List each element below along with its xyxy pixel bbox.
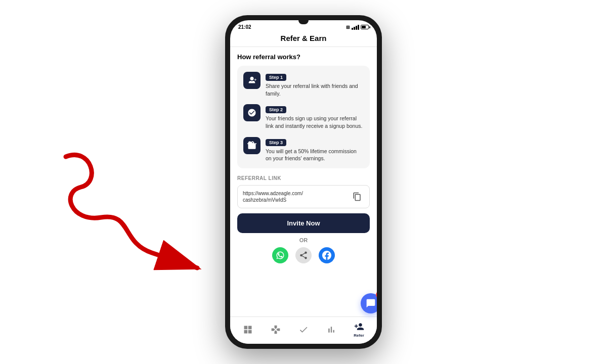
- step-3: Step 3 You will get a 50% lifetime commi…: [243, 137, 364, 162]
- step-1-icon: [243, 72, 261, 89]
- step-3-text: You will get a 50% lifetime commission o…: [266, 148, 364, 162]
- step-3-content: Step 3 You will get a 50% lifetime commi…: [266, 137, 364, 162]
- signal-icon: [352, 25, 359, 30]
- referral-link-box[interactable]: https://www.adzeagle.com/ cashzebra/mVwI…: [237, 185, 370, 208]
- step-2-icon: [243, 104, 261, 121]
- nav-tasks[interactable]: [298, 324, 309, 335]
- step-2-text: Your friends sign up using your referral…: [266, 115, 364, 129]
- social-share-row: [237, 247, 370, 263]
- facebook-icon[interactable]: [319, 247, 335, 263]
- step-2-content: Step 2 Your friends sign up using your r…: [266, 104, 364, 129]
- more-share-icon[interactable]: [295, 247, 312, 263]
- whatsapp-icon[interactable]: [272, 247, 288, 263]
- home-icon: [242, 324, 253, 335]
- step-1-badge: Step 1: [266, 74, 286, 81]
- tasks-icon: [298, 324, 309, 335]
- steps-container: Step 1 Share your referral link with fri…: [237, 66, 370, 168]
- bottom-nav: Refer: [230, 316, 377, 344]
- step-2-badge: Step 2: [266, 106, 286, 113]
- wifi-icon: ⊞: [346, 25, 350, 30]
- referral-link-label: REFERRAL LINK: [237, 175, 370, 181]
- content-area: How referral works? Step 1 Share your re…: [230, 47, 377, 316]
- status-icons: ⊞: [346, 25, 369, 30]
- step-3-icon: [243, 137, 261, 154]
- copy-icon[interactable]: [350, 190, 364, 204]
- nav-stats[interactable]: [326, 324, 337, 335]
- step-1-text: Share your referral link with friends an…: [266, 82, 364, 97]
- battery-icon: [361, 25, 369, 29]
- step-1-content: Step 1 Share your referral link with fri…: [266, 72, 364, 97]
- step-1: Step 1 Share your referral link with fri…: [243, 72, 364, 97]
- nav-home[interactable]: [242, 324, 253, 335]
- nav-games[interactable]: [270, 324, 281, 335]
- page-title: Refer & Earn: [281, 34, 327, 42]
- nav-refer-label: Refer: [354, 333, 364, 338]
- stats-icon: [326, 324, 337, 335]
- invite-now-button[interactable]: Invite Now: [237, 213, 370, 233]
- nav-refer[interactable]: Refer: [354, 321, 365, 338]
- or-divider: OR: [237, 237, 370, 243]
- games-icon: [270, 324, 281, 335]
- phone-screen: 21:02 ⊞ Refer & Earn How referral w: [230, 20, 377, 344]
- referral-link-text: https://www.adzeagle.com/ cashzebra/mVwI…: [243, 190, 350, 203]
- status-time: 21:02: [238, 24, 251, 30]
- refer-icon: [354, 321, 365, 332]
- page-header: Refer & Earn: [230, 32, 377, 47]
- step-2: Step 2 Your friends sign up using your r…: [243, 104, 364, 129]
- step-3-badge: Step 3: [266, 139, 286, 146]
- chat-bubble[interactable]: ❤: [361, 293, 377, 313]
- chat-badge: ❤: [376, 291, 377, 298]
- phone-shell: 21:02 ⊞ Refer & Earn How referral w: [225, 15, 382, 349]
- section-title: How referral works?: [237, 53, 370, 61]
